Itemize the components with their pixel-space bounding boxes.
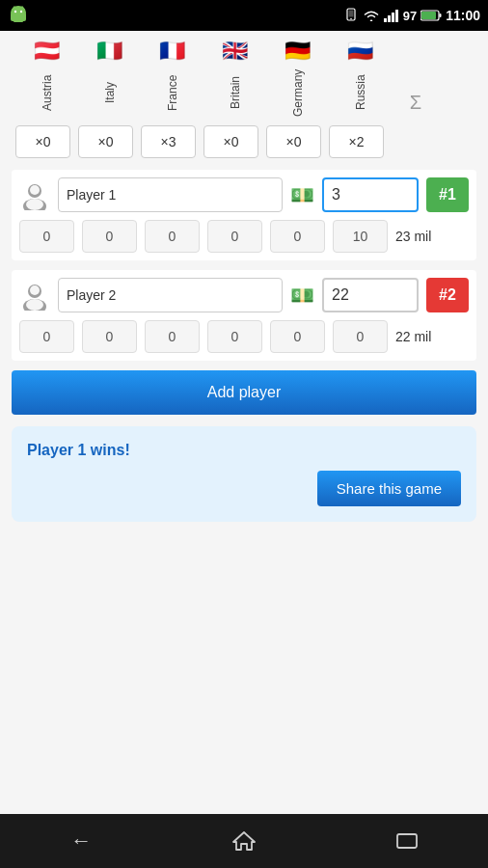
player-1-cell-0[interactable]: 0	[19, 220, 74, 253]
player-2-cell-1[interactable]: 0	[82, 320, 137, 353]
phone-icon	[343, 8, 359, 23]
player-1-total: 23 mil	[395, 229, 431, 244]
mult-btn-britain[interactable]: ×0	[203, 125, 258, 158]
player-1-cell-5[interactable]: 10	[333, 220, 388, 253]
svg-point-3	[14, 11, 16, 13]
player-1-score-input[interactable]	[322, 177, 419, 212]
player-2-cell-3[interactable]: 0	[207, 320, 262, 353]
country-name-italy: Italy	[103, 68, 117, 118]
country-name-france: France	[166, 68, 179, 118]
main-content: 🇦🇹 Austria 🇮🇹 Italy 🇫🇷 France 🇬🇧 Britain…	[0, 31, 488, 814]
winner-text: Player 1 wins!	[27, 442, 461, 459]
svg-rect-16	[440, 14, 442, 17]
sigma-icon: Σ	[410, 92, 421, 114]
add-player-button[interactable]: Add player	[12, 370, 476, 415]
player-2-cell-2[interactable]: 0	[145, 320, 200, 353]
signal-icon	[384, 9, 399, 22]
svg-rect-11	[388, 15, 391, 22]
player-1-cells-row: 0 0 0 0 0 10 23 mil	[19, 220, 469, 253]
svg-point-20	[26, 199, 43, 210]
player-1-name-input[interactable]	[58, 177, 283, 212]
country-col-germany: 🇩🇪 Germany	[266, 39, 329, 118]
svg-point-9	[350, 18, 352, 20]
svg-point-24	[26, 299, 43, 311]
flag-france: 🇫🇷	[159, 39, 185, 64]
country-col-britain: 🇬🇧 Britain	[203, 39, 266, 118]
player-1-cell-2[interactable]: 0	[145, 220, 200, 253]
country-name-germany: Germany	[291, 68, 305, 118]
mult-btn-russia[interactable]: ×2	[329, 125, 384, 158]
svg-point-23	[30, 285, 40, 295]
back-icon: ←	[70, 828, 92, 854]
mult-btn-italy[interactable]: ×0	[78, 125, 133, 158]
android-icon	[8, 5, 29, 26]
svg-rect-2	[14, 17, 23, 22]
country-header: 🇦🇹 Austria 🇮🇹 Italy 🇫🇷 France 🇬🇧 Britain…	[12, 39, 476, 118]
country-col-russia: 🇷🇺 Russia	[329, 39, 392, 118]
player-2-total: 22 mil	[395, 329, 431, 344]
player-2-cell-5[interactable]: 0	[333, 320, 388, 353]
player-2-section: 💵 #2 0 0 0 0 0 0 22 mil	[12, 270, 476, 361]
mult-btn-france[interactable]: ×3	[141, 125, 196, 158]
player-2-score-input[interactable]	[322, 278, 419, 312]
home-icon	[231, 830, 257, 852]
flag-austria: 🇦🇹	[34, 39, 60, 64]
player-1-cell-1[interactable]: 0	[82, 220, 137, 253]
status-bar: 97 11:00	[0, 0, 488, 31]
svg-rect-8	[348, 11, 353, 17]
player-1-rank-badge: #1	[426, 177, 469, 212]
player-2-row: 💵 #2	[19, 278, 469, 312]
country-col-austria: 🇦🇹 Austria	[15, 39, 78, 118]
recents-icon	[395, 832, 419, 850]
flag-britain: 🇬🇧	[222, 39, 248, 64]
svg-rect-13	[395, 10, 398, 22]
svg-point-19	[30, 185, 40, 195]
mult-btn-austria[interactable]: ×0	[15, 125, 70, 158]
money-icon-2: 💵	[290, 284, 314, 307]
battery-percent: 97	[403, 9, 417, 23]
battery-icon	[420, 10, 442, 21]
time: 11:00	[446, 8, 480, 23]
svg-rect-12	[392, 13, 394, 22]
country-name-britain: Britain	[229, 68, 242, 118]
bottom-nav: ←	[0, 814, 488, 868]
player-2-cell-0[interactable]: 0	[19, 320, 74, 353]
svg-point-4	[20, 11, 22, 13]
country-name-austria: Austria	[41, 68, 54, 118]
money-icon-1: 💵	[290, 183, 314, 206]
share-game-button[interactable]: Share this game	[317, 471, 461, 506]
svg-rect-26	[397, 834, 417, 848]
country-name-russia: Russia	[354, 68, 367, 118]
flag-italy: 🇮🇹	[96, 39, 122, 64]
player-1-avatar	[19, 179, 50, 210]
svg-rect-15	[421, 12, 436, 19]
player-2-rank-badge: #2	[426, 278, 469, 312]
back-button[interactable]: ←	[52, 822, 110, 860]
flag-germany: 🇩🇪	[285, 39, 311, 64]
sigma-col: Σ	[392, 92, 440, 118]
wifi-icon	[363, 9, 380, 22]
recents-button[interactable]	[378, 822, 436, 860]
player-1-row: 💵 #1	[19, 177, 469, 212]
home-button[interactable]	[215, 822, 273, 860]
mult-btn-germany[interactable]: ×0	[266, 125, 321, 158]
country-col-italy: 🇮🇹 Italy	[78, 39, 141, 118]
multiplier-row[interactable]: ×0 ×0 ×3 ×0 ×0 ×2	[12, 125, 476, 158]
player-2-name-input[interactable]	[58, 278, 283, 312]
player-1-section: 💵 #1 0 0 0 0 0 10 23 mil	[12, 170, 476, 260]
player-2-avatar	[19, 280, 50, 311]
player-1-cell-4[interactable]: 0	[270, 220, 325, 253]
player-1-cell-3[interactable]: 0	[207, 220, 262, 253]
player-2-cells-row: 0 0 0 0 0 0 22 mil	[19, 320, 469, 353]
player-2-cell-4[interactable]: 0	[270, 320, 325, 353]
svg-rect-10	[384, 18, 387, 22]
winner-banner: Player 1 wins! Share this game	[12, 426, 476, 522]
svg-marker-25	[233, 832, 255, 850]
status-bar-right: 97 11:00	[343, 8, 480, 23]
status-bar-left	[8, 5, 29, 26]
flag-russia: 🇷🇺	[347, 39, 373, 64]
country-col-france: 🇫🇷 France	[141, 39, 203, 118]
